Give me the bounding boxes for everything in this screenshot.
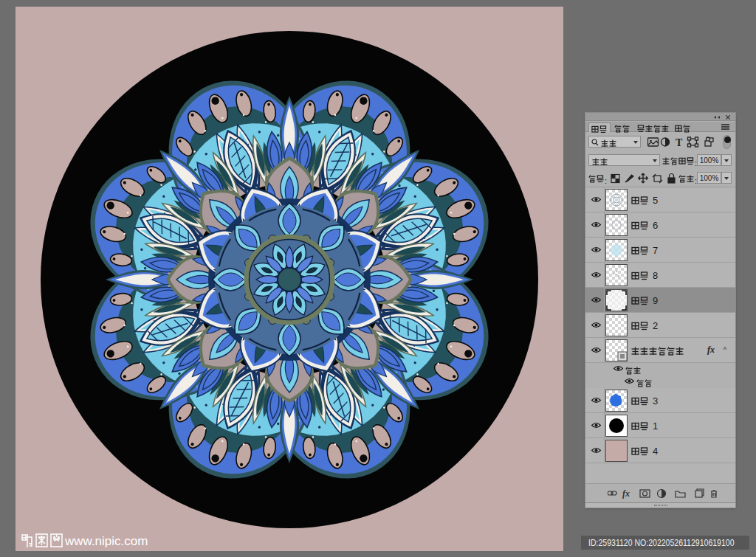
svg-text:3: 3 <box>653 395 658 406</box>
svg-text:9: 9 <box>653 294 658 305</box>
svg-text:2: 2 <box>653 319 658 331</box>
svg-text:7: 7 <box>653 244 658 255</box>
svg-text:6: 6 <box>653 219 658 230</box>
svg-text:8: 8 <box>653 269 658 280</box>
svg-text:www.nipic.com: www.nipic.com <box>64 534 148 548</box>
svg-text:fx: fx <box>622 488 630 499</box>
svg-text:T: T <box>676 137 683 148</box>
svg-text:1: 1 <box>653 420 658 431</box>
svg-text:4: 4 <box>653 445 658 456</box>
svg-text:5: 5 <box>653 194 658 205</box>
